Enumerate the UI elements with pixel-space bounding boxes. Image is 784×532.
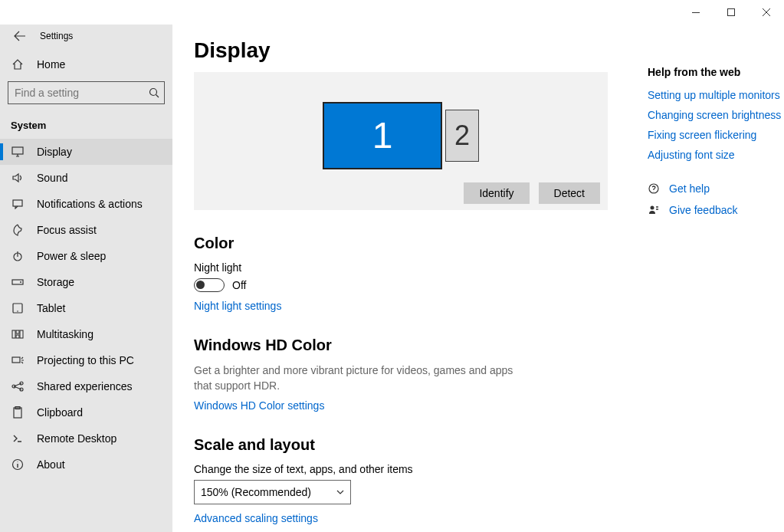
nav-item-about[interactable]: About xyxy=(0,452,172,478)
svg-rect-3 xyxy=(12,147,23,154)
back-button[interactable] xyxy=(14,31,26,41)
hdr-settings-link[interactable]: Windows HD Color settings xyxy=(194,399,324,412)
help-link-0[interactable]: Setting up multiple monitors xyxy=(648,89,784,101)
nav-item-label: Tablet xyxy=(37,302,65,314)
nav-item-label: Shared experiences xyxy=(37,380,133,392)
nav-item-projecting-to-this-pc[interactable]: Projecting to this PC xyxy=(0,347,172,373)
back-arrow-icon xyxy=(14,31,26,41)
about-icon xyxy=(11,458,25,471)
display-icon xyxy=(11,146,25,157)
nav-item-label: Clipboard xyxy=(37,406,83,419)
nav-item-storage[interactable]: Storage xyxy=(0,269,172,295)
category-heading: System xyxy=(0,115,172,139)
nav-item-power-sleep[interactable]: Power & sleep xyxy=(0,243,172,269)
night-light-state: Off xyxy=(232,279,246,291)
main-content: Display 1 2 Identify Detect Color Night … xyxy=(194,38,608,501)
svg-rect-4 xyxy=(13,200,22,206)
detect-button[interactable]: Detect xyxy=(539,182,600,204)
nav-item-sound[interactable]: Sound xyxy=(0,165,172,191)
scale-select[interactable]: 150% (Recommended) xyxy=(194,480,351,504)
minimize-button[interactable] xyxy=(678,0,713,25)
advanced-scaling-link[interactable]: Advanced scaling settings xyxy=(194,512,318,524)
sidebar: Settings Home System DisplaySoundNotific… xyxy=(0,25,172,532)
give-feedback-link[interactable]: Give feedback xyxy=(669,204,738,216)
nav-item-shared-experiences[interactable]: Shared experiences xyxy=(0,373,172,399)
nav-item-notifications-actions[interactable]: Notifications & actions xyxy=(0,191,172,217)
svg-point-2 xyxy=(150,89,157,96)
close-icon xyxy=(763,8,770,16)
search-input[interactable] xyxy=(15,87,149,99)
get-help-link[interactable]: Get help xyxy=(669,182,710,195)
sound-icon xyxy=(11,172,25,183)
home-icon xyxy=(11,58,25,71)
close-button[interactable] xyxy=(749,0,784,25)
nav-item-label: Power & sleep xyxy=(37,250,106,262)
nav-list: DisplaySoundNotifications & actionsFocus… xyxy=(0,139,172,478)
color-heading: Color xyxy=(194,235,608,252)
svg-rect-14 xyxy=(12,357,20,363)
nav-item-label: Storage xyxy=(37,276,74,288)
search-icon xyxy=(149,87,159,98)
window-title: Settings xyxy=(40,31,73,41)
maximize-button[interactable] xyxy=(713,0,749,25)
scale-label: Change the size of text, apps, and other… xyxy=(194,463,608,475)
get-help-icon xyxy=(648,182,660,195)
svg-rect-0 xyxy=(692,12,700,13)
nav-item-label: Focus assist xyxy=(37,224,97,236)
svg-rect-1 xyxy=(728,9,735,16)
nav-item-label: Multitasking xyxy=(37,328,93,340)
hdr-heading: Windows HD Color xyxy=(194,337,608,354)
nav-item-label: Notifications & actions xyxy=(37,198,143,210)
nav-item-multitasking[interactable]: Multitasking xyxy=(0,321,172,347)
nav-item-display[interactable]: Display xyxy=(0,139,172,165)
remote-icon xyxy=(11,433,25,444)
monitor-2[interactable]: 2 xyxy=(445,110,479,162)
nav-item-focus-assist[interactable]: Focus assist xyxy=(0,217,172,243)
page-title: Display xyxy=(194,38,608,63)
help-link-1[interactable]: Changing screen brightness xyxy=(648,109,784,121)
help-link-3[interactable]: Adjusting font size xyxy=(648,149,784,161)
minimize-icon xyxy=(692,12,700,13)
svg-point-9 xyxy=(17,310,18,312)
svg-rect-13 xyxy=(16,335,19,338)
projecting-icon xyxy=(11,355,25,366)
home-label: Home xyxy=(37,58,65,71)
night-light-toggle[interactable] xyxy=(194,278,225,292)
nav-item-remote-desktop[interactable]: Remote Desktop xyxy=(0,425,172,452)
nav-item-label: Display xyxy=(37,146,72,158)
clipboard-icon xyxy=(11,406,25,419)
scale-value: 150% (Recommended) xyxy=(201,486,311,498)
svg-rect-10 xyxy=(12,330,15,338)
hdr-description: Get a brighter and more vibrant picture … xyxy=(194,363,516,393)
search-input-wrapper[interactable] xyxy=(8,81,165,104)
nav-item-label: About xyxy=(37,458,65,471)
svg-rect-11 xyxy=(16,330,19,333)
help-panel: Help from the web Setting up multiple mo… xyxy=(648,38,784,501)
nav-item-clipboard[interactable]: Clipboard xyxy=(0,399,172,425)
tablet-icon xyxy=(11,303,25,314)
chevron-down-icon xyxy=(336,490,344,494)
window-titlebar xyxy=(0,0,784,25)
nav-item-label: Sound xyxy=(37,172,67,184)
feedback-icon xyxy=(648,204,660,216)
identify-button[interactable]: Identify xyxy=(464,182,529,204)
nav-item-tablet[interactable]: Tablet xyxy=(0,295,172,321)
multitasking-icon xyxy=(11,329,25,340)
home-button[interactable]: Home xyxy=(0,51,172,81)
svg-point-7 xyxy=(20,281,21,283)
svg-rect-12 xyxy=(20,330,23,338)
focus-assist-icon xyxy=(11,224,25,236)
power-icon xyxy=(11,250,25,262)
night-light-settings-link[interactable]: Night light settings xyxy=(194,300,281,312)
nav-item-label: Remote Desktop xyxy=(37,432,116,445)
monitor-1[interactable]: 1 xyxy=(323,102,442,169)
monitor-arrangement[interactable]: 1 2 Identify Detect xyxy=(194,72,608,210)
nav-item-label: Projecting to this PC xyxy=(37,354,134,366)
scale-heading: Scale and layout xyxy=(194,436,608,454)
svg-point-22 xyxy=(651,206,654,210)
notifications-icon xyxy=(11,199,25,209)
help-link-2[interactable]: Fixing screen flickering xyxy=(648,129,784,141)
night-light-label: Night light xyxy=(194,261,608,274)
storage-icon xyxy=(11,277,25,287)
shared-icon xyxy=(11,380,25,392)
